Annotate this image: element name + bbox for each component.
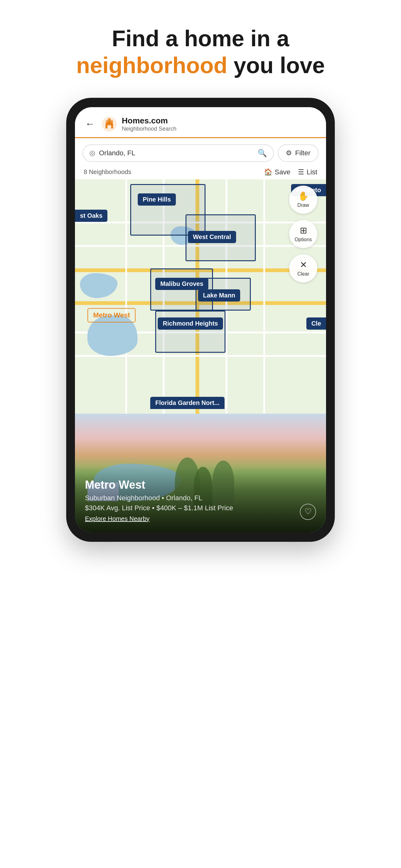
heart-button[interactable]: ♡ [300, 504, 316, 520]
neighborhood-card: Metro West Suburban Neighborhood • Orlan… [75, 414, 326, 532]
results-bar: 8 Neighborhoods 🏠 Save ☰ List [75, 165, 326, 179]
hero-section: Find a home in a neighborhood you love [76, 25, 325, 79]
save-label: Save [275, 168, 291, 176]
options-button[interactable]: ⊞ Options [289, 220, 317, 248]
draw-button[interactable]: ✋ Draw [289, 186, 317, 214]
clear-button[interactable]: ✕ Clear [289, 254, 317, 282]
neighborhood-pine-hills[interactable]: Pine Hills [138, 193, 176, 206]
neighborhood-malibu-groves[interactable]: Malibu Groves [155, 278, 208, 290]
location-icon: ◎ [89, 149, 95, 157]
phone-device: ← Homes.com Neighborhood Search ◎ [66, 98, 335, 542]
filter-label: Filter [295, 149, 310, 157]
options-label: Options [295, 237, 312, 243]
draw-label: Draw [297, 203, 309, 208]
results-actions: 🏠 Save ☰ List [264, 168, 317, 176]
logo-subtitle: Neighborhood Search [122, 126, 176, 132]
search-input[interactable] [99, 149, 254, 157]
logo-text: Homes.com Neighborhood Search [122, 116, 176, 132]
card-title: Metro West [85, 478, 316, 492]
save-button[interactable]: 🏠 Save [264, 168, 291, 176]
draw-icon: ✋ [298, 191, 309, 201]
card-overlay: Metro West Suburban Neighborhood • Orlan… [75, 466, 326, 532]
card-subtitle: Suburban Neighborhood • Orlando, FL [85, 494, 316, 502]
save-icon: 🏠 [264, 168, 272, 176]
svg-point-3 [108, 118, 111, 121]
clear-label: Clear [297, 271, 309, 277]
hero-line1: Find a home in a [76, 25, 325, 52]
neighborhood-cle[interactable]: Cle [306, 317, 326, 330]
card-price: $304K Avg. List Price • $400K – $1.1M Li… [85, 504, 316, 512]
hero-black-text: you love [227, 53, 325, 78]
neighborhood-florida-garden[interactable]: Florida Garden Nort... [150, 397, 225, 409]
map-background: Pine Hills st Oaks Princeto West Central… [75, 179, 326, 414]
neighborhood-lake-mann[interactable]: Lake Mann [198, 289, 240, 302]
neighborhood-metro-west[interactable]: Metro West [88, 308, 136, 322]
results-count: 8 Neighborhoods [84, 168, 131, 176]
options-icon: ⊞ [300, 225, 307, 236]
explore-homes-link[interactable]: Explore Homes Nearby [85, 515, 149, 522]
hero-line2: neighborhood you love [76, 52, 325, 79]
map-area[interactable]: Pine Hills st Oaks Princeto West Central… [75, 179, 326, 414]
list-button[interactable]: ☰ List [298, 168, 317, 176]
search-icon[interactable]: 🔍 [258, 149, 267, 157]
app-header: ← Homes.com Neighborhood Search [75, 107, 326, 138]
neighborhood-st-oaks[interactable]: st Oaks [75, 210, 107, 222]
back-button[interactable]: ← [85, 118, 95, 130]
logo-area: Homes.com Neighborhood Search [101, 116, 176, 132]
search-input-wrap[interactable]: ◎ 🔍 [82, 144, 274, 162]
richmond-heights-boundary [155, 311, 226, 353]
map-lake-1 [80, 273, 118, 298]
list-label: List [307, 168, 317, 176]
list-icon: ☰ [298, 168, 304, 176]
neighborhood-west-central[interactable]: West Central [188, 231, 236, 243]
phone-screen: ← Homes.com Neighborhood Search ◎ [75, 107, 326, 532]
homes-logo-icon [101, 116, 118, 132]
filter-icon: ⚙ [286, 149, 292, 157]
clear-icon: ✕ [300, 260, 307, 270]
filter-button[interactable]: ⚙ Filter [278, 144, 319, 162]
hero-orange-text: neighborhood [76, 53, 227, 78]
neighborhood-richmond-heights[interactable]: Richmond Heights [158, 317, 223, 330]
logo-title: Homes.com [122, 116, 176, 126]
search-bar-area: ◎ 🔍 ⚙ Filter [75, 138, 326, 165]
